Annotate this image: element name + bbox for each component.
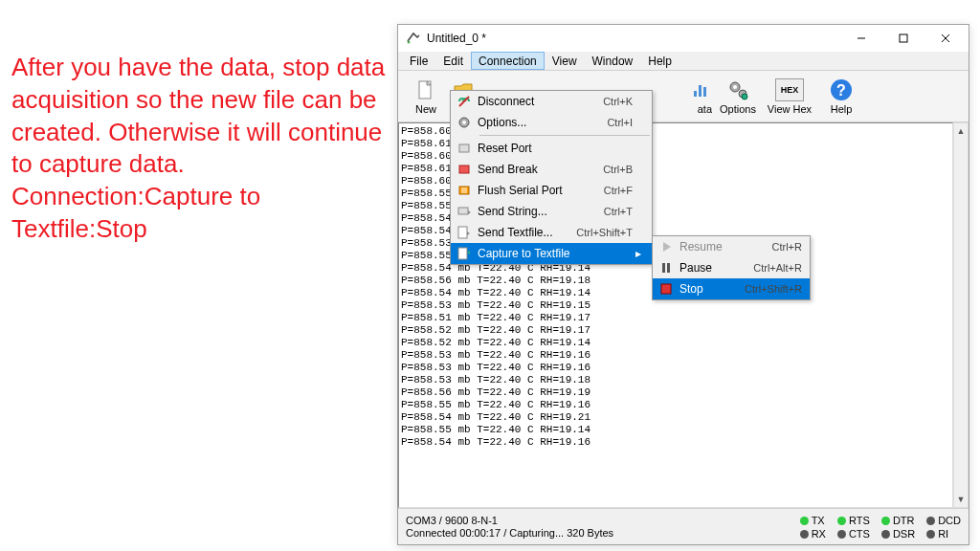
menu-file[interactable]: File xyxy=(402,52,435,70)
led-ri: RI xyxy=(926,528,961,540)
data-button[interactable]: ata xyxy=(683,74,712,120)
status-port: COM3 / 9600 8-N-1 xyxy=(406,515,613,526)
submenu-arrow-icon: ▸ xyxy=(633,247,644,260)
help-button[interactable]: ? Help xyxy=(817,74,865,120)
flush-icon xyxy=(451,183,478,198)
led-icon xyxy=(926,530,935,539)
options-button[interactable]: Options xyxy=(714,74,762,120)
statusbar: COM3 / 9600 8-N-1 Connected 00:00:17 / C… xyxy=(398,508,969,544)
maximize-button[interactable] xyxy=(882,25,924,52)
viewhex-button[interactable]: HEX View Hex xyxy=(764,74,815,120)
led-icon xyxy=(800,530,809,539)
led-dcd: DCD xyxy=(926,515,961,526)
svg-point-7 xyxy=(733,85,737,89)
led-icon xyxy=(926,517,935,525)
sendstring-icon xyxy=(451,204,478,219)
pause-icon xyxy=(653,260,679,276)
svg-point-9 xyxy=(742,94,747,99)
menu-view[interactable]: View xyxy=(545,52,585,70)
menubar: File Edit Connection View Window Help xyxy=(398,52,969,71)
window-title: Untitled_0 * xyxy=(427,32,840,45)
status-leds: TXRTSDTRDCDRXCTSDSRRI xyxy=(800,515,961,540)
menu-connection[interactable]: Connection xyxy=(471,52,545,70)
svg-rect-16 xyxy=(459,165,469,173)
led-dtr: DTR xyxy=(881,515,915,526)
svg-rect-18 xyxy=(458,208,468,214)
menuitem-flush-serial-port[interactable]: Flush Serial PortCtrl+F xyxy=(451,180,652,201)
led-icon xyxy=(837,530,846,539)
led-tx: TX xyxy=(800,515,826,526)
svg-rect-20 xyxy=(458,248,467,259)
menuitem-options-[interactable]: Options...Ctrl+I xyxy=(451,112,652,133)
menuitem-capture-to-textfile[interactable]: Capture to Textfile▸ xyxy=(451,243,652,264)
minimize-button[interactable] xyxy=(840,25,882,52)
led-icon xyxy=(881,530,890,539)
led-dsr: DSR xyxy=(881,528,915,540)
svg-rect-2 xyxy=(900,34,907,42)
led-rts: RTS xyxy=(837,515,870,526)
vertical-scrollbar[interactable]: ▲ ▼ xyxy=(953,122,969,508)
menu-window[interactable]: Window xyxy=(585,52,641,70)
stop-icon xyxy=(653,281,679,297)
svg-point-0 xyxy=(408,41,411,44)
status-connection: Connected 00:00:17 / Capturing... 320 By… xyxy=(406,527,613,539)
app-icon xyxy=(406,31,421,46)
svg-rect-19 xyxy=(458,227,467,238)
menuitem-disconnect[interactable]: DisconnectCtrl+K xyxy=(451,91,652,112)
menuitem-send-textfile-[interactable]: Send Textfile...Ctrl+Shift+T xyxy=(451,222,652,243)
gear-icon xyxy=(726,78,749,101)
menuitem-reset-port[interactable]: Reset Port xyxy=(451,138,652,159)
data-icon xyxy=(689,78,712,101)
submenuitem-pause[interactable]: PauseCtrl+Alt+R xyxy=(653,257,810,278)
menuitem-send-break[interactable]: Send BreakCtrl+B xyxy=(451,159,652,180)
close-button[interactable] xyxy=(924,25,967,52)
menu-edit[interactable]: Edit xyxy=(435,52,471,70)
submenuitem-resume: ResumeCtrl+R xyxy=(653,236,810,257)
app-window: Untitled_0 * File Edit Connection View W… xyxy=(397,24,969,545)
svg-rect-21 xyxy=(662,263,665,273)
hex-icon: HEX xyxy=(775,78,804,101)
capture-submenu: ResumeCtrl+RPauseCtrl+Alt+RStopCtrl+Shif… xyxy=(652,235,811,300)
led-cts: CTS xyxy=(837,528,870,540)
capture-icon xyxy=(451,246,478,261)
led-icon xyxy=(881,517,890,525)
svg-rect-15 xyxy=(459,144,469,152)
instruction-text: After you have the data, stop data acqui… xyxy=(11,52,394,246)
new-button[interactable]: New xyxy=(402,74,450,120)
disconnect-icon xyxy=(451,94,478,109)
sendfile-icon xyxy=(451,225,478,240)
reset-icon xyxy=(451,141,478,156)
scroll-up-icon[interactable]: ▲ xyxy=(954,123,968,139)
help-icon: ? xyxy=(830,78,853,101)
connection-menu: DisconnectCtrl+KOptions...Ctrl+IReset Po… xyxy=(450,90,653,265)
svg-rect-22 xyxy=(667,263,670,273)
resume-icon xyxy=(653,239,679,254)
new-icon xyxy=(414,78,437,101)
menuitem-send-string-[interactable]: Send String...Ctrl+T xyxy=(451,201,652,222)
led-icon xyxy=(837,517,846,525)
break-icon xyxy=(451,162,478,177)
titlebar: Untitled_0 * xyxy=(398,25,969,52)
led-icon xyxy=(800,517,809,525)
menu-help[interactable]: Help xyxy=(640,52,679,70)
submenuitem-stop[interactable]: StopCtrl+Shift+R xyxy=(653,278,810,299)
scroll-down-icon[interactable]: ▼ xyxy=(954,492,968,507)
svg-point-14 xyxy=(462,121,466,124)
options-icon xyxy=(451,115,478,130)
svg-rect-23 xyxy=(661,284,671,294)
svg-text:?: ? xyxy=(836,82,846,99)
led-rx: RX xyxy=(800,528,826,540)
